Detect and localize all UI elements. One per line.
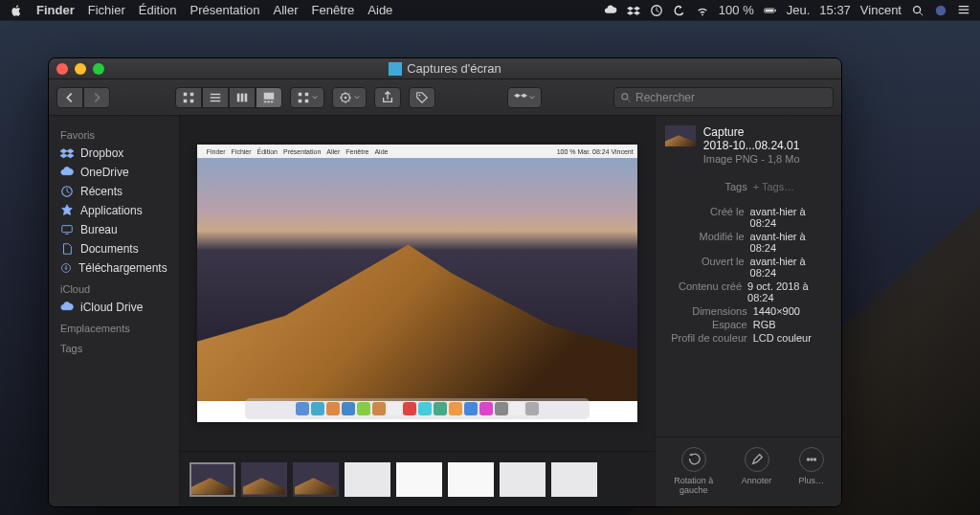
svg-rect-2 xyxy=(765,9,773,11)
dropbox-menubar-icon[interactable] xyxy=(627,4,640,17)
file-metadata: Créé leavant-hier à 08:24 Modifié leavan… xyxy=(656,199,841,350)
info-panel: Capture 2018-10...08.24.01 Image PNG - 1… xyxy=(655,116,841,506)
svg-rect-17 xyxy=(299,92,302,96)
svg-point-23 xyxy=(419,94,421,96)
svg-rect-8 xyxy=(184,99,188,102)
sidebar-item-recents[interactable]: Récents xyxy=(49,182,179,201)
sidebar-head-icloud: iCloud xyxy=(49,278,179,298)
gallery-main: Finder Fichier Édition Présentation Alle… xyxy=(180,116,655,506)
search-placeholder: Rechercher xyxy=(635,91,695,104)
menu-fenetre[interactable]: Fenêtre xyxy=(312,3,355,17)
menu-edition[interactable]: Édition xyxy=(139,3,177,17)
screenshot-menubar: Finder Fichier Édition Présentation Alle… xyxy=(197,145,637,158)
finder-window: Captures d'écran Rechercher Favoris Drop… xyxy=(48,57,842,507)
preview-image[interactable]: Finder Fichier Édition Présentation Alle… xyxy=(197,145,637,422)
sidebar-item-icloud-drive[interactable]: iCloud Drive xyxy=(49,298,179,317)
battery-percent[interactable]: 100 % xyxy=(719,3,754,17)
view-gallery-button[interactable] xyxy=(256,87,282,108)
menubar-app-name[interactable]: Finder xyxy=(36,3,75,17)
svg-rect-7 xyxy=(190,92,194,96)
view-column-button[interactable] xyxy=(229,87,256,108)
cloud-icon[interactable] xyxy=(604,4,617,17)
thumbnail[interactable] xyxy=(189,462,235,497)
file-kind: Image PNG - 1,8 Mo xyxy=(703,153,800,165)
share-button[interactable] xyxy=(374,87,401,108)
preview-area: Finder Fichier Édition Présentation Alle… xyxy=(180,116,655,451)
sidebar-item-desktop[interactable]: Bureau xyxy=(49,220,179,239)
arrange-button[interactable] xyxy=(290,87,324,108)
battery-icon[interactable] xyxy=(764,4,777,17)
view-list-button[interactable] xyxy=(202,87,229,108)
notification-center-icon[interactable] xyxy=(957,4,970,17)
window-titlebar[interactable]: Captures d'écran xyxy=(49,58,841,79)
close-button[interactable] xyxy=(56,63,68,75)
menubar-time[interactable]: 15:37 xyxy=(819,3,851,17)
spotlight-icon[interactable] xyxy=(911,4,924,17)
svg-rect-11 xyxy=(241,93,244,101)
menu-presentation[interactable]: Présentation xyxy=(190,3,260,17)
sidebar-item-onedrive[interactable]: OneDrive xyxy=(49,163,179,182)
screenshot-dock xyxy=(245,398,590,419)
svg-rect-26 xyxy=(62,226,73,233)
search-field[interactable]: Rechercher xyxy=(613,87,834,108)
svg-rect-15 xyxy=(267,101,270,102)
svg-rect-20 xyxy=(305,99,309,102)
siri-icon[interactable] xyxy=(934,4,947,17)
menu-fichier[interactable]: Fichier xyxy=(88,3,125,17)
sidebar-item-applications[interactable]: Applications xyxy=(49,201,179,220)
svg-rect-9 xyxy=(190,99,194,102)
thumbnail[interactable] xyxy=(293,462,339,497)
svg-rect-14 xyxy=(264,101,267,102)
svg-point-28 xyxy=(807,459,809,460)
thumbnail-strip xyxy=(180,451,655,506)
thumbnail[interactable] xyxy=(396,462,442,497)
back-button[interactable] xyxy=(56,87,83,108)
svg-rect-16 xyxy=(271,101,274,102)
svg-rect-6 xyxy=(184,92,188,96)
view-icon-button[interactable] xyxy=(175,87,202,108)
apple-icon[interactable] xyxy=(10,4,23,17)
thumbnail[interactable] xyxy=(551,462,597,497)
thumbnail[interactable] xyxy=(500,462,546,497)
sidebar-head-emplacements[interactable]: Emplacements xyxy=(49,317,179,337)
menu-aller[interactable]: Aller xyxy=(274,3,299,17)
tags-button[interactable] xyxy=(409,87,435,108)
rotate-left-button[interactable]: Rotation à gauche xyxy=(673,447,715,495)
menubar-user[interactable]: Vincent xyxy=(860,3,902,17)
minimize-button[interactable] xyxy=(75,63,86,75)
dropbox-toolbar-button[interactable] xyxy=(507,87,542,108)
info-thumbnail xyxy=(665,125,696,146)
sidebar: Favoris Dropbox OneDrive Récents Applica… xyxy=(49,116,180,506)
sidebar-item-downloads[interactable]: Téléchargements xyxy=(49,258,179,278)
svg-rect-19 xyxy=(299,99,302,102)
folder-icon xyxy=(389,62,402,76)
thumbnail[interactable] xyxy=(448,462,494,497)
sidebar-item-dropbox[interactable]: Dropbox xyxy=(49,144,179,163)
zoom-button[interactable] xyxy=(93,63,104,75)
thumbnail[interactable] xyxy=(241,462,287,497)
more-actions-button[interactable]: Plus… xyxy=(798,447,824,495)
updates-icon[interactable] xyxy=(673,4,686,17)
forward-button[interactable] xyxy=(83,87,110,108)
toolbar: Rechercher xyxy=(49,79,841,116)
file-name: Capture 2018-10...08.24.01 xyxy=(703,125,800,153)
menu-aide[interactable]: Aide xyxy=(368,3,392,17)
sidebar-item-documents[interactable]: Documents xyxy=(49,239,179,258)
action-button[interactable] xyxy=(332,87,367,108)
svg-rect-12 xyxy=(245,93,248,101)
thumbnail[interactable] xyxy=(345,462,390,497)
sidebar-head-favoris: Favoris xyxy=(49,123,179,144)
svg-point-29 xyxy=(811,459,813,460)
timemachine-icon[interactable] xyxy=(650,4,663,17)
sidebar-head-tags[interactable]: Tags xyxy=(49,337,179,357)
system-menubar: Finder Fichier Édition Présentation Alle… xyxy=(0,0,980,21)
add-tags[interactable]: + Tags… xyxy=(753,181,795,192)
svg-point-5 xyxy=(936,5,947,15)
svg-rect-10 xyxy=(237,93,240,101)
annotate-button[interactable]: Annoter xyxy=(742,447,772,495)
wifi-icon[interactable] xyxy=(696,4,709,17)
menubar-day[interactable]: Jeu. xyxy=(787,3,811,17)
svg-rect-13 xyxy=(264,92,275,99)
screenshot-wallpaper xyxy=(197,158,637,401)
svg-point-22 xyxy=(345,96,347,99)
